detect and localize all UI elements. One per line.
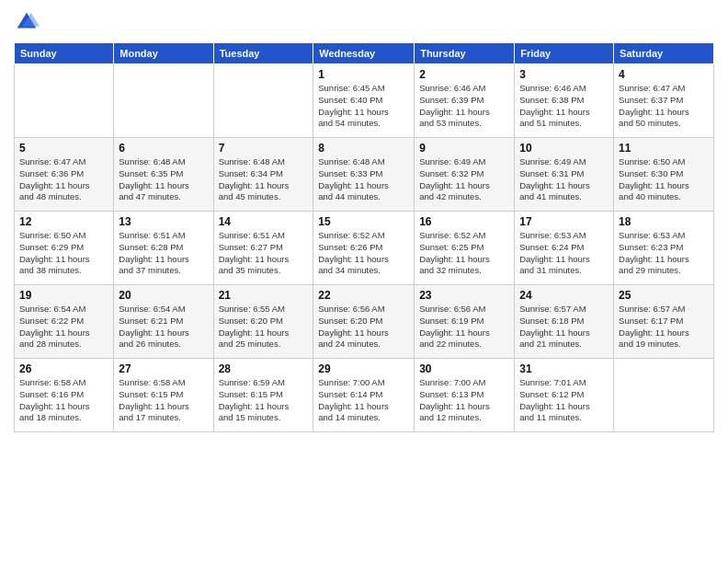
day-number: 31	[519, 362, 609, 375]
day-number: 25	[619, 289, 709, 302]
calendar-cell: 16Sunrise: 6:52 AM Sunset: 6:25 PM Dayli…	[415, 212, 515, 285]
day-info: Sunrise: 6:46 AM Sunset: 6:38 PM Dayligh…	[519, 83, 609, 130]
calendar-cell: 15Sunrise: 6:52 AM Sunset: 6:26 PM Dayli…	[313, 212, 415, 285]
calendar-cell: 30Sunrise: 7:00 AM Sunset: 6:13 PM Dayli…	[415, 359, 515, 432]
calendar-cell: 21Sunrise: 6:55 AM Sunset: 6:20 PM Dayli…	[213, 285, 313, 359]
weekday-header-row: SundayMondayTuesdayWednesdayThursdayFrid…	[15, 43, 714, 64]
calendar-cell: 9Sunrise: 6:49 AM Sunset: 6:32 PM Daylig…	[415, 138, 515, 212]
day-number: 5	[19, 142, 108, 155]
day-info: Sunrise: 6:52 AM Sunset: 6:26 PM Dayligh…	[318, 230, 409, 277]
calendar-cell: 27Sunrise: 6:58 AM Sunset: 6:15 PM Dayli…	[114, 359, 213, 432]
day-number: 13	[119, 215, 208, 228]
calendar-cell: 12Sunrise: 6:50 AM Sunset: 6:29 PM Dayli…	[15, 212, 114, 285]
day-info: Sunrise: 6:53 AM Sunset: 6:24 PM Dayligh…	[519, 230, 609, 277]
calendar-cell: 29Sunrise: 7:00 AM Sunset: 6:14 PM Dayli…	[313, 359, 415, 432]
calendar-cell: 1Sunrise: 6:45 AM Sunset: 6:40 PM Daylig…	[313, 64, 415, 138]
calendar-cell: 19Sunrise: 6:54 AM Sunset: 6:22 PM Dayli…	[15, 285, 114, 359]
day-number: 22	[318, 289, 409, 302]
day-number: 26	[19, 362, 108, 375]
day-info: Sunrise: 6:48 AM Sunset: 6:35 PM Dayligh…	[119, 156, 208, 203]
day-info: Sunrise: 6:59 AM Sunset: 6:15 PM Dayligh…	[219, 377, 309, 424]
day-number: 3	[519, 68, 609, 81]
day-number: 7	[219, 142, 309, 155]
day-number: 23	[419, 289, 509, 302]
day-number: 18	[619, 215, 709, 228]
calendar-cell: 26Sunrise: 6:58 AM Sunset: 6:16 PM Dayli…	[15, 359, 114, 432]
weekday-header-monday: Monday	[114, 43, 213, 64]
calendar-cell: 25Sunrise: 6:57 AM Sunset: 6:17 PM Dayli…	[614, 285, 714, 359]
day-info: Sunrise: 6:54 AM Sunset: 6:22 PM Dayligh…	[19, 304, 108, 350]
day-info: Sunrise: 6:49 AM Sunset: 6:32 PM Dayligh…	[419, 156, 509, 203]
calendar-cell	[15, 64, 114, 138]
day-info: Sunrise: 7:00 AM Sunset: 6:14 PM Dayligh…	[318, 377, 409, 424]
day-info: Sunrise: 6:56 AM Sunset: 6:20 PM Dayligh…	[318, 304, 409, 350]
header	[14, 9, 714, 35]
day-number: 27	[119, 362, 208, 375]
calendar-cell: 6Sunrise: 6:48 AM Sunset: 6:35 PM Daylig…	[114, 138, 213, 212]
calendar-cell	[614, 359, 714, 432]
weekday-header-tuesday: Tuesday	[213, 43, 313, 64]
day-info: Sunrise: 6:53 AM Sunset: 6:23 PM Dayligh…	[619, 230, 709, 277]
day-info: Sunrise: 6:48 AM Sunset: 6:33 PM Dayligh…	[318, 156, 409, 203]
day-info: Sunrise: 6:51 AM Sunset: 6:28 PM Dayligh…	[119, 230, 208, 277]
weekday-header-saturday: Saturday	[614, 43, 714, 64]
calendar-cell: 17Sunrise: 6:53 AM Sunset: 6:24 PM Dayli…	[515, 212, 614, 285]
day-number: 10	[519, 142, 609, 155]
calendar-cell	[114, 64, 213, 138]
day-number: 24	[519, 289, 609, 302]
day-info: Sunrise: 7:00 AM Sunset: 6:13 PM Dayligh…	[419, 377, 509, 424]
calendar-cell: 28Sunrise: 6:59 AM Sunset: 6:15 PM Dayli…	[213, 359, 313, 432]
week-row-4: 19Sunrise: 6:54 AM Sunset: 6:22 PM Dayli…	[15, 285, 714, 359]
day-number: 12	[19, 215, 108, 228]
calendar-cell: 7Sunrise: 6:48 AM Sunset: 6:34 PM Daylig…	[213, 138, 313, 212]
day-number: 17	[519, 215, 609, 228]
calendar-cell: 20Sunrise: 6:54 AM Sunset: 6:21 PM Dayli…	[114, 285, 213, 359]
calendar-cell: 4Sunrise: 6:47 AM Sunset: 6:37 PM Daylig…	[614, 64, 714, 138]
day-number: 16	[419, 215, 509, 228]
calendar-cell: 11Sunrise: 6:50 AM Sunset: 6:30 PM Dayli…	[614, 138, 714, 212]
calendar-cell: 2Sunrise: 6:46 AM Sunset: 6:39 PM Daylig…	[415, 64, 515, 138]
day-info: Sunrise: 6:58 AM Sunset: 6:16 PM Dayligh…	[19, 377, 108, 424]
day-number: 21	[219, 289, 309, 302]
day-number: 9	[419, 142, 509, 155]
day-number: 4	[619, 68, 709, 81]
calendar-cell: 18Sunrise: 6:53 AM Sunset: 6:23 PM Dayli…	[614, 212, 714, 285]
calendar-cell: 3Sunrise: 6:46 AM Sunset: 6:38 PM Daylig…	[515, 64, 614, 138]
calendar-cell: 31Sunrise: 7:01 AM Sunset: 6:12 PM Dayli…	[515, 359, 614, 432]
day-info: Sunrise: 6:50 AM Sunset: 6:29 PM Dayligh…	[19, 230, 108, 277]
day-info: Sunrise: 6:45 AM Sunset: 6:40 PM Dayligh…	[318, 83, 409, 130]
weekday-header-wednesday: Wednesday	[313, 43, 415, 64]
calendar-cell: 8Sunrise: 6:48 AM Sunset: 6:33 PM Daylig…	[313, 138, 415, 212]
week-row-3: 12Sunrise: 6:50 AM Sunset: 6:29 PM Dayli…	[15, 212, 714, 285]
day-number: 2	[419, 68, 509, 81]
weekday-header-sunday: Sunday	[15, 43, 114, 64]
calendar-cell: 14Sunrise: 6:51 AM Sunset: 6:27 PM Dayli…	[213, 212, 313, 285]
calendar-cell: 13Sunrise: 6:51 AM Sunset: 6:28 PM Dayli…	[114, 212, 213, 285]
day-info: Sunrise: 6:49 AM Sunset: 6:31 PM Dayligh…	[519, 156, 609, 203]
day-info: Sunrise: 6:56 AM Sunset: 6:19 PM Dayligh…	[419, 304, 509, 350]
day-number: 20	[119, 289, 208, 302]
day-number: 8	[318, 142, 409, 155]
day-number: 6	[119, 142, 208, 155]
day-info: Sunrise: 6:51 AM Sunset: 6:27 PM Dayligh…	[219, 230, 309, 277]
week-row-5: 26Sunrise: 6:58 AM Sunset: 6:16 PM Dayli…	[15, 359, 714, 432]
day-number: 29	[318, 362, 409, 375]
day-number: 28	[219, 362, 309, 375]
calendar-cell: 24Sunrise: 6:57 AM Sunset: 6:18 PM Dayli…	[515, 285, 614, 359]
calendar-cell: 5Sunrise: 6:47 AM Sunset: 6:36 PM Daylig…	[15, 138, 114, 212]
day-info: Sunrise: 6:55 AM Sunset: 6:20 PM Dayligh…	[219, 304, 309, 350]
day-info: Sunrise: 6:47 AM Sunset: 6:36 PM Dayligh…	[19, 156, 108, 203]
day-number: 1	[318, 68, 409, 81]
weekday-header-friday: Friday	[515, 43, 614, 64]
day-number: 11	[619, 142, 709, 155]
week-row-1: 1Sunrise: 6:45 AM Sunset: 6:40 PM Daylig…	[15, 64, 714, 138]
day-info: Sunrise: 6:58 AM Sunset: 6:15 PM Dayligh…	[119, 377, 208, 424]
calendar-cell	[213, 64, 313, 138]
day-info: Sunrise: 6:57 AM Sunset: 6:18 PM Dayligh…	[519, 304, 609, 350]
day-info: Sunrise: 6:47 AM Sunset: 6:37 PM Dayligh…	[619, 83, 709, 130]
day-info: Sunrise: 6:57 AM Sunset: 6:17 PM Dayligh…	[619, 304, 709, 350]
day-number: 14	[219, 215, 309, 228]
day-info: Sunrise: 6:52 AM Sunset: 6:25 PM Dayligh…	[419, 230, 509, 277]
day-info: Sunrise: 6:46 AM Sunset: 6:39 PM Dayligh…	[419, 83, 509, 130]
day-info: Sunrise: 6:54 AM Sunset: 6:21 PM Dayligh…	[119, 304, 208, 350]
